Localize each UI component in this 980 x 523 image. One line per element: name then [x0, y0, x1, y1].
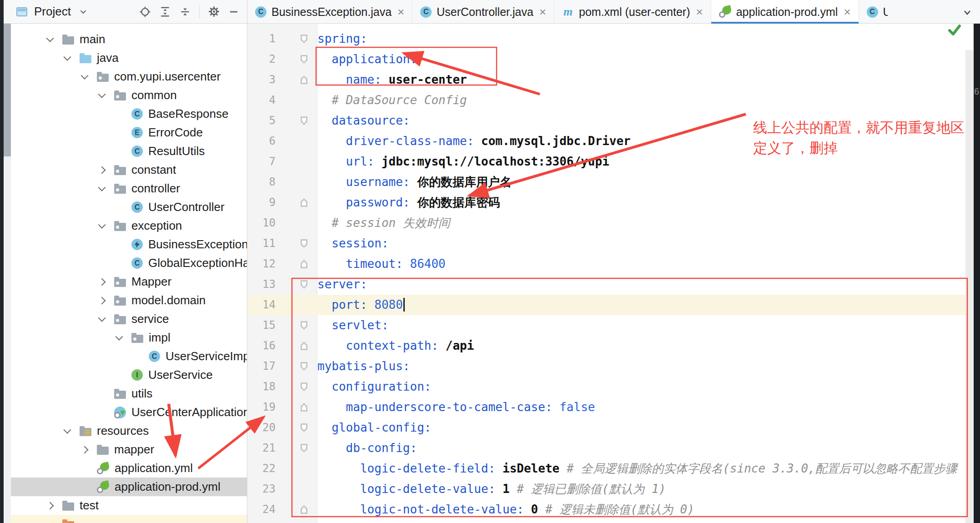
- settings-gear-icon[interactable]: [207, 5, 221, 19]
- tree-chevron-slot[interactable]: [44, 503, 62, 508]
- fold-marker-icon[interactable]: [301, 403, 307, 412]
- tree-row-common[interactable]: common: [11, 86, 247, 105]
- tree-chevron-open-icon[interactable]: [98, 314, 106, 322]
- hide-panel-icon[interactable]: [227, 5, 241, 19]
- tree-row-application-prod.yml[interactable]: application-prod.yml: [11, 478, 247, 496]
- tree-item-label: BusinessException: [148, 237, 247, 251]
- tree-item-label: ResultUtils: [148, 144, 205, 158]
- fold-marker-icon[interactable]: [301, 55, 307, 64]
- tree-row-UserCenterApplication[interactable]: UserCenterApplication: [11, 403, 247, 422]
- tree-chevron-open-icon[interactable]: [116, 332, 123, 340]
- tab-application-prod.yml[interactable]: application-prod.yml×: [711, 0, 859, 24]
- tree-row-exception[interactable]: exception: [11, 216, 247, 235]
- code-text: name: user-center: [317, 70, 467, 90]
- tree-row-main[interactable]: main: [11, 30, 247, 49]
- tree-row-UserService[interactable]: IUserService: [11, 366, 247, 384]
- fold-marker-icon[interactable]: [301, 362, 307, 371]
- fold-marker-icon[interactable]: [301, 321, 307, 330]
- code-line-2: 2 application:: [247, 49, 965, 70]
- tree-chevron-slot[interactable]: [96, 317, 114, 322]
- tree-chevron-open-icon[interactable]: [98, 90, 106, 98]
- locate-icon[interactable]: [138, 5, 152, 19]
- tree-row-service[interactable]: service: [11, 310, 247, 328]
- tree-row[interactable]: [11, 515, 247, 523]
- fold-marker-icon[interactable]: [301, 444, 307, 453]
- tree-chevron-slot[interactable]: [61, 55, 80, 61]
- tree-chevron-slot[interactable]: [113, 335, 131, 341]
- fold-marker-icon[interactable]: [301, 116, 307, 125]
- tree-chevron-closed-icon[interactable]: [98, 278, 106, 286]
- fold-marker-icon[interactable]: [301, 260, 307, 268]
- project-scrollbar-thumb[interactable]: [4, 24, 11, 156]
- tab-close-icon[interactable]: ×: [844, 6, 850, 18]
- code-segment: global-config:: [317, 421, 431, 434]
- tree-chevron-slot[interactable]: [96, 279, 114, 285]
- project-scrollbar[interactable]: [4, 24, 11, 523]
- tree-row-utils[interactable]: utils: [11, 384, 247, 403]
- tree-row-com.yupi.usercenter[interactable]: com.yupi.usercenter: [11, 67, 247, 86]
- fold-marker-icon[interactable]: [301, 505, 307, 514]
- line-number: 13: [247, 274, 276, 295]
- fold-marker-icon[interactable]: [301, 280, 307, 289]
- tab-close-icon[interactable]: ×: [539, 6, 546, 18]
- project-panel-title[interactable]: Project: [34, 5, 71, 19]
- tree-chevron-open-icon[interactable]: [81, 71, 89, 79]
- fold-marker-icon[interactable]: [301, 423, 307, 432]
- tab-Us[interactable]: CUs: [859, 0, 888, 24]
- tree-chevron-closed-icon[interactable]: [98, 166, 106, 174]
- expand-all-icon[interactable]: [158, 5, 172, 19]
- tree-chevron-open-icon[interactable]: [64, 426, 71, 433]
- tree-chevron-slot[interactable]: [96, 223, 114, 229]
- tree-row-BusinessException[interactable]: BusinessException: [11, 235, 247, 254]
- tree-chevron-slot[interactable]: [96, 167, 114, 173]
- tree-chevron-slot[interactable]: [96, 186, 114, 191]
- code-editor[interactable]: 1spring:2 application:3 name: user-cente…: [247, 24, 965, 523]
- tree-chevron-slot[interactable]: [61, 428, 80, 434]
- tree-row-model.domain[interactable]: model.domain: [11, 291, 247, 310]
- tree-chevron-closed-icon[interactable]: [98, 297, 106, 304]
- tree-chevron-open-icon[interactable]: [98, 183, 106, 191]
- fold-marker-icon[interactable]: [301, 198, 307, 207]
- tree-chevron-open-icon[interactable]: [64, 53, 71, 60]
- tree-row-mapper[interactable]: mapper: [11, 440, 247, 459]
- tree-chevron-slot[interactable]: [44, 37, 62, 42]
- collapse-all-icon[interactable]: [178, 5, 192, 19]
- fold-marker-icon[interactable]: [301, 342, 307, 350]
- tree-chevron-open-icon[interactable]: [46, 34, 54, 42]
- tree-row-resources[interactable]: resources: [11, 422, 247, 440]
- tab-close-icon[interactable]: ×: [696, 6, 703, 18]
- fold-marker-icon[interactable]: [301, 239, 307, 248]
- tree-chevron-closed-icon[interactable]: [81, 446, 89, 453]
- fold-marker-icon[interactable]: [301, 382, 307, 391]
- tree-row-GlobalExceptionHan[interactable]: CGlobalExceptionHan: [11, 254, 247, 272]
- code-segment: name:: [317, 73, 382, 86]
- tree-chevron-slot[interactable]: [96, 298, 114, 303]
- tab-BusinessException.java[interactable]: CBusinessException.java×: [247, 0, 412, 24]
- tree-row-java[interactable]: java: [11, 49, 247, 67]
- tree-row-application.yml[interactable]: application.yml: [11, 459, 247, 478]
- fold-marker-icon[interactable]: [301, 35, 307, 43]
- tree-chevron-slot[interactable]: [96, 93, 114, 98]
- tree-row-BaseResponse[interactable]: CBaseResponse: [11, 105, 247, 123]
- tree-row-Mapper[interactable]: Mapper: [11, 272, 247, 291]
- tree-row-impl[interactable]: impl: [11, 328, 247, 347]
- tab-close-icon[interactable]: ×: [397, 6, 404, 18]
- tree-row-constant[interactable]: constant: [11, 161, 247, 179]
- tree-row-test[interactable]: test: [11, 496, 247, 515]
- tree-chevron-slot[interactable]: [79, 74, 97, 80]
- fold-marker-icon[interactable]: [301, 75, 307, 84]
- tree-row-ResultUtils[interactable]: CResultUtils: [11, 142, 247, 161]
- tree-row-UserController[interactable]: CUserController: [11, 198, 247, 216]
- tab-pom.xml (user-center)[interactable]: mpom.xml (user-center)×: [554, 0, 711, 24]
- tree-row-controller[interactable]: controller: [11, 179, 247, 198]
- tab-UserController.java[interactable]: CUserController.java×: [412, 0, 554, 24]
- tree-row-UserServiceImpl[interactable]: CUserServiceImpl: [11, 347, 247, 366]
- code-segment: logic-delete-field:: [317, 462, 495, 475]
- tree-row-ErrorCode[interactable]: EErrorCode: [11, 123, 247, 142]
- editor-scrollbar[interactable]: [965, 50, 973, 523]
- chevron-down-icon[interactable]: [78, 7, 88, 17]
- tree-chevron-closed-icon[interactable]: [46, 502, 54, 509]
- tree-chevron-open-icon[interactable]: [98, 221, 106, 228]
- tab-overflow-chevron-down-icon[interactable]: [962, 7, 973, 20]
- tree-chevron-slot[interactable]: [79, 447, 97, 453]
